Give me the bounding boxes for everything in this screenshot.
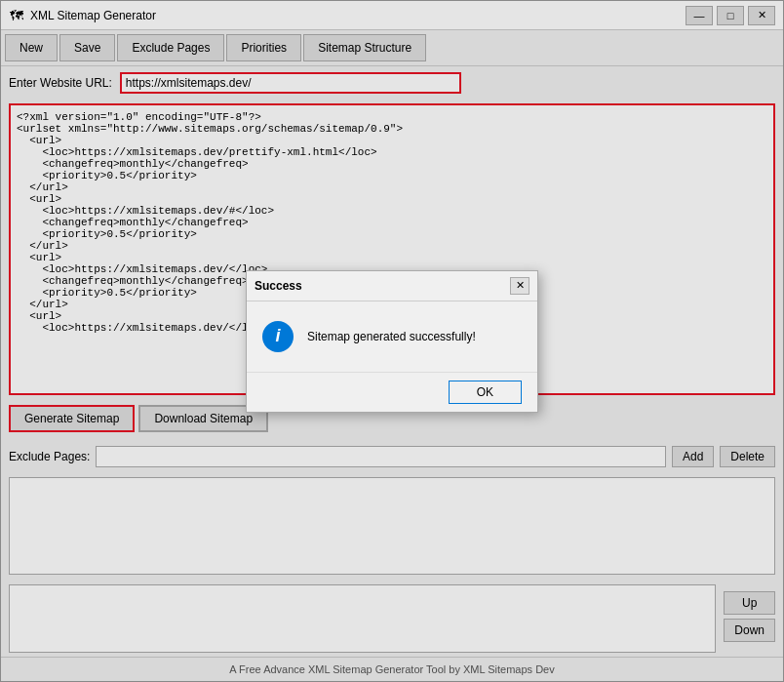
dialog-close-button[interactable]: ✕ xyxy=(510,277,529,295)
dialog-footer: OK xyxy=(247,372,537,412)
success-dialog: Success ✕ i Sitemap generated successful… xyxy=(246,270,538,413)
info-icon: i xyxy=(262,321,294,352)
ok-button[interactable]: OK xyxy=(449,381,522,404)
dialog-title-bar: Success ✕ xyxy=(247,271,537,301)
dialog-overlay: Success ✕ i Sitemap generated successful… xyxy=(0,0,784,682)
dialog-body: i Sitemap generated successfully! xyxy=(247,301,537,372)
dialog-message: Sitemap generated successfully! xyxy=(307,330,476,343)
dialog-title: Success xyxy=(255,279,302,293)
